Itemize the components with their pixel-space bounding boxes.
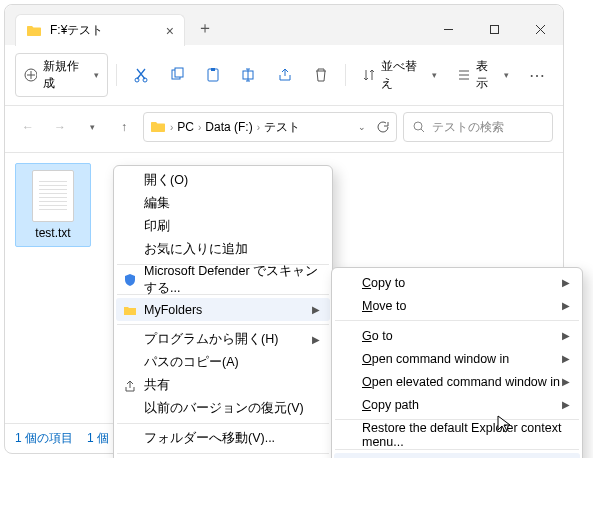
maximize-button[interactable] <box>471 13 517 45</box>
view-label: 表示 <box>476 58 498 92</box>
explorer-window: F:¥テスト × ＋ 新規作成 ▾ <box>4 4 564 454</box>
menu-separator <box>117 324 329 325</box>
titlebar: F:¥テスト × ＋ <box>5 5 563 45</box>
tab-close-icon[interactable]: × <box>166 23 174 39</box>
menu-add-favorite[interactable]: お気に入りに追加 <box>116 238 330 261</box>
chevron-right-icon: ▶ <box>312 334 320 345</box>
chevron-down-icon[interactable]: ⌄ <box>358 122 366 132</box>
separator <box>116 64 117 86</box>
view-button[interactable]: 表示 ▾ <box>449 54 517 96</box>
chevron-right-icon: › <box>170 122 173 133</box>
menu-open[interactable]: 開く(O) <box>116 169 330 192</box>
new-button-label: 新規作成 <box>43 58 88 92</box>
submenu-open-elev-cmd[interactable]: Open elevated command window in▶ <box>334 370 580 393</box>
menu-move-to-folder[interactable]: フォルダーへ移動(V)... <box>116 427 330 450</box>
back-button[interactable]: ← <box>15 114 41 140</box>
submenu-restore-defaults[interactable]: Restore the default Explorer context men… <box>334 423 580 446</box>
close-button[interactable] <box>517 13 563 45</box>
chevron-down-icon: ▾ <box>94 70 99 80</box>
chevron-right-icon: ▶ <box>562 277 570 288</box>
submenu-move-to[interactable]: Move to▶ <box>334 294 580 317</box>
plus-circle-icon <box>24 68 37 82</box>
chevron-right-icon: › <box>257 122 260 133</box>
rename-button[interactable] <box>233 60 265 90</box>
more-button[interactable]: ⋯ <box>521 60 553 90</box>
separator <box>345 64 346 86</box>
delete-button[interactable] <box>305 60 337 90</box>
chevron-right-icon: ▶ <box>562 353 570 364</box>
submenu-copy-path[interactable]: Copy path▶ <box>334 393 580 416</box>
menu-print[interactable]: 印刷 <box>116 215 330 238</box>
copy-button[interactable] <box>161 60 193 90</box>
menu-defender[interactable]: Microsoft Defender でスキャンする... <box>116 268 330 291</box>
chevron-right-icon: ▶ <box>312 304 320 315</box>
share-icon <box>122 378 138 394</box>
submenu-open-cmd[interactable]: Open command window in▶ <box>334 347 580 370</box>
file-item[interactable]: test.txt <box>15 163 91 247</box>
new-button[interactable]: 新規作成 ▾ <box>15 53 108 97</box>
menu-separator <box>117 453 329 454</box>
sort-icon <box>362 68 375 82</box>
view-icon <box>457 68 470 82</box>
forward-button[interactable]: → <box>47 114 73 140</box>
menu-separator <box>335 320 579 321</box>
status-items: 1 個の項目 <box>15 430 73 447</box>
folder-icon <box>122 302 138 318</box>
context-menu: 開く(O) 編集 印刷 お気に入りに追加 Microsoft Defender … <box>113 165 333 458</box>
toolbar: 新規作成 ▾ 並べ替え ▾ 表示 ▾ ⋯ <box>5 45 563 106</box>
address-bar: ← → ▾ ↑ › PC › Data (F:) › テスト ⌄ テストの検索 <box>5 106 563 153</box>
breadcrumb-item[interactable]: Data (F:) <box>205 120 252 134</box>
menu-previous-versions[interactable]: 以前のバージョンの復元(V) <box>116 397 330 420</box>
svg-rect-7 <box>211 68 215 71</box>
shield-icon <box>122 272 138 288</box>
tab-active[interactable]: F:¥テスト × <box>15 14 185 46</box>
paste-button[interactable] <box>197 60 229 90</box>
new-tab-button[interactable]: ＋ <box>185 12 225 45</box>
menu-separator <box>335 449 579 450</box>
file-name: test.txt <box>35 226 70 240</box>
chevron-down-icon: ▾ <box>504 70 509 80</box>
chevron-right-icon: ▶ <box>562 399 570 410</box>
chevron-right-icon: ▶ <box>562 300 570 311</box>
minimize-button[interactable] <box>425 13 471 45</box>
svg-rect-0 <box>490 25 498 33</box>
submenu-settings[interactable]: Settings... <box>334 453 580 458</box>
menu-myfolders[interactable]: MyFolders▶ <box>116 298 330 321</box>
menu-send-to[interactable]: 送る(N)▶ <box>116 457 330 458</box>
search-input[interactable]: テストの検索 <box>403 112 553 142</box>
submenu-go-to[interactable]: Go to▶ <box>334 324 580 347</box>
recent-button[interactable]: ▾ <box>79 114 105 140</box>
chevron-down-icon: ▾ <box>432 70 437 80</box>
menu-separator <box>117 423 329 424</box>
breadcrumb[interactable]: › PC › Data (F:) › テスト ⌄ <box>143 112 397 142</box>
share-button[interactable] <box>269 60 301 90</box>
cut-button[interactable] <box>125 60 157 90</box>
tab-title: F:¥テスト <box>50 22 103 39</box>
menu-copy-path[interactable]: パスのコピー(A) <box>116 351 330 374</box>
chevron-right-icon: ▶ <box>562 330 570 341</box>
chevron-right-icon: › <box>198 122 201 133</box>
search-icon <box>412 120 426 134</box>
menu-share[interactable]: 共有 <box>116 374 330 397</box>
context-submenu-myfolders: Copy to▶ Move to▶ Go to▶ Open command wi… <box>331 267 583 458</box>
up-button[interactable]: ↑ <box>111 114 137 140</box>
svg-point-9 <box>414 122 422 130</box>
menu-open-with[interactable]: プログラムから開く(H)▶ <box>116 328 330 351</box>
menu-edit[interactable]: 編集 <box>116 192 330 215</box>
sort-label: 並べ替え <box>381 58 426 92</box>
text-file-icon <box>32 170 74 222</box>
breadcrumb-item[interactable]: テスト <box>264 119 300 136</box>
search-placeholder: テストの検索 <box>432 119 504 136</box>
chevron-right-icon: ▶ <box>562 376 570 387</box>
window-controls <box>425 13 563 45</box>
folder-icon <box>26 23 42 39</box>
status-selection: 1 個 <box>87 430 109 447</box>
submenu-copy-to[interactable]: Copy to▶ <box>334 271 580 294</box>
svg-rect-5 <box>175 68 183 77</box>
folder-icon <box>150 119 166 135</box>
sort-button[interactable]: 並べ替え ▾ <box>354 54 445 96</box>
breadcrumb-item[interactable]: PC <box>177 120 194 134</box>
refresh-button[interactable] <box>376 120 390 134</box>
